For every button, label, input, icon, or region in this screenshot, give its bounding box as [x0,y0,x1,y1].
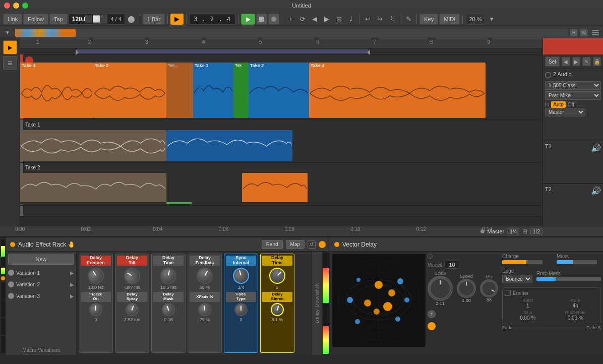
minimize-button[interactable] [13,3,19,9]
link-button[interactable]: Link [3,14,22,25]
charge-bar[interactable] [502,260,542,264]
master-fraction1[interactable]: 1/4 [507,228,519,235]
clip-tak-green[interactable]: Tak [233,63,249,118]
track-expand-icon[interactable] [545,72,551,78]
emitter-checkbox[interactable] [505,290,511,296]
metronome2-icon[interactable]: ♩ [345,14,356,25]
record-button[interactable] [268,14,279,25]
spray-knob[interactable] [124,301,140,318]
clip-take4-1[interactable]: Take 4 [20,63,93,118]
t2-clip-orange[interactable] [242,173,308,204]
voices-value[interactable]: 10 [444,261,459,269]
rack-power-dot[interactable] [10,242,15,247]
set-lock-icon[interactable]: 🔒 [593,57,601,66]
session-view-btn[interactable]: ▶ [3,40,17,54]
stop-button[interactable] [256,14,267,25]
set-pencil-icon[interactable]: ✎ [582,57,591,66]
set-back-icon[interactable]: ◀ [562,57,570,66]
preset-select[interactable]: 1-505 Classi [545,81,601,90]
mass-bar[interactable] [557,260,597,264]
set-fwd-icon[interactable]: ▶ [572,57,581,66]
h-button[interactable]: H [570,29,578,37]
w-button[interactable]: W [580,29,588,37]
position-display[interactable]: 3 . 2 . 4 [189,14,235,25]
clip-take2-blue[interactable]: Take 2 [249,63,309,118]
variation-3-dot[interactable] [8,293,14,299]
vd-power-dot[interactable] [334,242,339,247]
variation-1-dot[interactable] [8,270,14,276]
follow-button[interactable]: Follow [23,14,48,25]
add-icon[interactable]: + [285,14,296,25]
speed-knob[interactable] [457,279,476,298]
arrangement-view-btn[interactable]: ☰ [3,56,17,70]
clip-take4-3[interactable]: Take 4 [309,63,486,118]
delay-tilt-knob[interactable] [121,265,143,287]
rack-close-icon[interactable] [319,241,326,248]
add-voice-button[interactable]: + [428,310,436,318]
close-button[interactable] [4,3,10,9]
variation-1-arrow[interactable]: ▶ [70,270,74,276]
variation-3-arrow[interactable]: ▶ [70,293,74,299]
fade-bar[interactable] [515,326,584,329]
rnd-mass-bar[interactable] [536,277,601,281]
map-button[interactable]: Map [286,240,305,249]
set-button[interactable]: Set [545,56,560,67]
zoom-arrow-icon[interactable]: ▾ [486,14,497,25]
variation-2-dot[interactable] [8,281,14,287]
undo-arrow-icon[interactable]: ↩ [362,14,373,25]
t2-speaker-icon[interactable]: 🔊 [591,186,601,196]
t2-clip-1[interactable] [20,173,166,204]
delay-freq-knob[interactable] [85,265,107,287]
play-button[interactable]: ▶ [241,14,255,25]
rack-refresh-icon[interactable]: ↺ [308,240,316,249]
delay-time2-knob[interactable] [266,264,288,287]
master-grid-icon[interactable]: ⊞ [522,228,527,235]
sync-interval-knob[interactable] [231,266,251,285]
mask-knob[interactable] [160,301,176,318]
overview-scroll[interactable] [15,29,568,37]
zoom-display[interactable]: 20 % [465,14,485,25]
back-icon[interactable]: ◀ [309,14,320,25]
forward-icon[interactable]: ▶ [321,14,332,25]
time-signature[interactable]: 4 / 4 [107,14,125,25]
variation-2-arrow[interactable]: ▶ [70,282,74,287]
auto-button[interactable]: Auto [551,101,566,108]
delay-time-knob[interactable] [159,266,177,285]
power-dot-left[interactable] [1,276,5,280]
fadetype-knob[interactable] [234,303,248,316]
t1-clip-1[interactable] [20,130,166,161]
rand-button[interactable]: Rand [262,240,283,249]
split-icon[interactable]: ⌇ [386,14,397,25]
master-select[interactable]: Master [545,108,585,116]
postmix-select[interactable]: Post Mixe [545,91,601,100]
vector-display[interactable] [332,254,426,347]
new-button[interactable]: New [8,254,74,265]
master-play-icon[interactable] [480,229,485,233]
metronome-icon[interactable]: ⬛⬜⬛⬜ [95,14,106,25]
vd-expand-icon[interactable] [428,254,433,259]
freeze-knob[interactable] [89,303,102,316]
stereo-knob[interactable] [269,301,285,318]
scale-knob[interactable] [428,276,453,301]
master-fraction2[interactable]: 1/2 [530,228,542,235]
orange-dot-button[interactable] [428,322,436,330]
loop-icon[interactable]: ⟳ [297,14,308,25]
edge-select[interactable]: Bounce [502,275,532,283]
arrow-mode-icon[interactable]: ▶ [170,14,184,25]
clip-take2-1[interactable]: Take 2 [93,63,166,118]
mix-knob[interactable] [480,279,498,297]
maximize-button[interactable] [22,3,28,9]
tap-button[interactable]: Tap [49,14,68,25]
xfade-knob[interactable] [197,302,212,317]
clip-take4-2[interactable]: Tak... [166,63,194,118]
loop-length[interactable]: 1 Bar [143,14,165,25]
key-button[interactable]: Key [419,14,438,25]
redo-icon[interactable]: ↪ [374,14,385,25]
pencil-icon[interactable]: ✎ [403,14,414,25]
locator-bar[interactable] [20,48,542,54]
t1-clip-blue[interactable] [166,130,292,161]
clip-take1-blue[interactable]: Take 1 [193,63,233,118]
record-arm-strip[interactable] [543,38,603,54]
record-mode-icon[interactable]: ⬤ [126,14,137,25]
delay-feedback-knob[interactable] [194,265,216,287]
